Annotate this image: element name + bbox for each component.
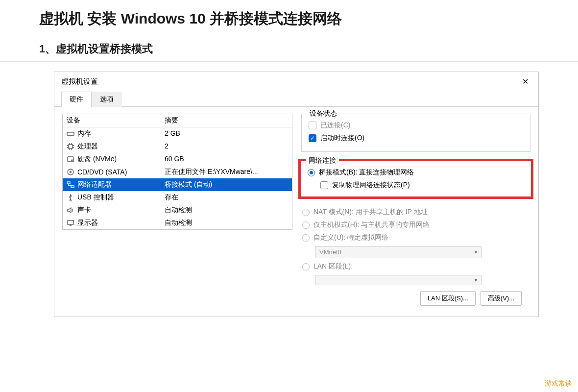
summary-label: 自动检测	[161, 217, 292, 229]
network-connection-group: 网络连接 桥接模式(B): 直接连接物理网络 复制物理网络连接状态(P)	[298, 159, 533, 199]
svg-rect-2	[68, 157, 73, 162]
table-row[interactable]: 显示器 自动检测	[63, 217, 292, 229]
svg-rect-9	[68, 220, 73, 224]
replicate-state-checkbox[interactable]: 复制物理网络连接状态(P)	[320, 179, 524, 192]
hardware-table: 设备 摘要 内存 2 GB 处理器 2	[62, 114, 292, 230]
dialog-title: 虚拟机设置	[61, 77, 98, 86]
svg-point-4	[68, 169, 73, 175]
vmnet-dropdown[interactable]: VMnet0 ▾	[315, 246, 482, 258]
device-status-group: 设备状态 已连接(C) ✓ 启动时连接(O)	[301, 114, 530, 152]
cd-icon	[67, 168, 74, 176]
table-row[interactable]: USB 控制器 存在	[63, 191, 292, 204]
tab-options[interactable]: 选项	[92, 92, 122, 107]
svg-rect-1	[69, 145, 72, 148]
summary-label: 自动检测	[161, 204, 292, 217]
radio-icon	[302, 221, 310, 229]
table-row[interactable]: 处理器 2	[63, 140, 292, 153]
lan-segment-radio[interactable]: LAN 区段(L):	[302, 260, 530, 273]
connected-checkbox-row: 已连接(C)	[309, 119, 523, 132]
radio-label: NAT 模式(N): 用于共享主机的 IP 地址	[313, 208, 428, 217]
checkbox-label: 启动时连接(O)	[320, 134, 364, 143]
bridged-radio[interactable]: 桥接模式(B): 直接连接物理网络	[308, 166, 524, 179]
checkbox-icon	[320, 181, 328, 189]
radio-label: 仅主机模式(H): 与主机共享的专用网络	[313, 220, 430, 229]
device-label: 显示器	[77, 219, 98, 227]
device-label: CD/DVD (SATA)	[77, 168, 127, 176]
svg-point-3	[72, 160, 72, 161]
table-row[interactable]: 网络适配器 桥接模式 (自动)	[63, 178, 292, 191]
radio-icon	[308, 169, 315, 176]
device-label: 网络适配器	[77, 180, 112, 189]
vm-settings-dialog: 虚拟机设置 ✕ 硬件 选项 设备 摘要 内存 2 GB	[54, 72, 539, 317]
advanced-button[interactable]: 高级(V)...	[481, 291, 522, 306]
cpu-icon	[67, 143, 74, 150]
connect-at-poweron-checkbox-row[interactable]: ✓ 启动时连接(O)	[309, 132, 523, 145]
radio-label: 桥接模式(B): 直接连接物理网络	[319, 168, 414, 177]
radio-label: 自定义(U): 特定虚拟网络	[313, 233, 388, 242]
article-title: 虚拟机 安装 Windows 10 并桥接模式连接网络	[0, 0, 578, 34]
col-header-summary: 摘要	[161, 114, 292, 127]
custom-radio[interactable]: 自定义(U): 特定虚拟网络	[302, 231, 530, 244]
checkbox-icon: ✓	[309, 134, 316, 142]
summary-label: 存在	[161, 191, 292, 204]
device-label: 硬盘 (NVMe)	[77, 155, 117, 164]
table-row[interactable]: 内存 2 GB	[63, 127, 292, 140]
summary-label: 60 GB	[161, 153, 292, 166]
table-row[interactable]: CD/DVD (SATA) 正在使用文件 E:\YXVMware\...	[63, 166, 292, 178]
titlebar: 虚拟机设置 ✕	[54, 72, 538, 89]
chevron-down-icon: ▾	[475, 277, 477, 283]
chevron-down-icon: ▾	[475, 249, 477, 255]
device-label: 声卡	[77, 206, 91, 215]
table-row[interactable]: 硬盘 (NVMe) 60 GB	[63, 153, 292, 166]
summary-label: 2 GB	[161, 127, 292, 140]
network-icon	[67, 181, 74, 189]
hostonly-radio[interactable]: 仅主机模式(H): 与主机共享的专用网络	[302, 219, 530, 231]
svg-rect-6	[67, 182, 70, 184]
device-label: USB 控制器	[77, 193, 114, 202]
nat-radio[interactable]: NAT 模式(N): 用于共享主机的 IP 地址	[302, 206, 530, 219]
summary-label: 2	[161, 140, 292, 153]
tab-strip: 硬件 选项	[54, 91, 538, 107]
col-header-device: 设备	[63, 114, 161, 127]
summary-label: 桥接模式 (自动)	[161, 178, 292, 191]
radio-icon	[302, 209, 310, 216]
summary-label: 正在使用文件 E:\YXVMware\...	[161, 166, 292, 178]
section-heading: 1、虚拟机设置桥接模式	[0, 34, 578, 62]
ram-icon	[67, 130, 74, 138]
table-row[interactable]: 声卡 自动检测	[63, 204, 292, 217]
close-icon[interactable]: ✕	[519, 77, 531, 86]
radio-icon	[302, 234, 310, 242]
svg-point-5	[70, 172, 72, 173]
group-title: 设备状态	[307, 109, 340, 118]
group-title: 网络连接	[306, 156, 339, 165]
radio-icon	[302, 263, 310, 270]
device-label: 处理器	[77, 142, 98, 151]
radio-label: LAN 区段(L):	[313, 262, 353, 271]
lan-segments-button[interactable]: LAN 区段(S)...	[420, 291, 476, 306]
sound-icon	[67, 206, 74, 214]
usb-icon	[67, 194, 74, 201]
dropdown-value: VMnet0	[319, 248, 341, 256]
watermark: 游戏常谈	[545, 379, 572, 388]
checkbox-label: 已连接(C)	[320, 121, 350, 130]
lan-segment-dropdown[interactable]: ▾	[315, 275, 482, 285]
tab-hardware[interactable]: 硬件	[61, 92, 92, 107]
checkbox-icon	[309, 122, 316, 129]
disk-icon	[67, 155, 74, 163]
device-label: 内存	[77, 129, 91, 138]
display-icon	[67, 219, 74, 227]
svg-rect-0	[67, 132, 74, 135]
checkbox-label: 复制物理网络连接状态(P)	[332, 181, 410, 190]
